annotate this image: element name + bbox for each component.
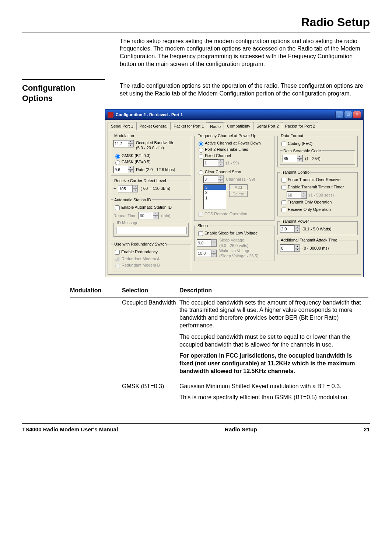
group-sleep: Sleep Enable Sleep for Low Voltage ▴▾ Sl… (194, 223, 274, 261)
tx-power-range: (0.1 - 5.0 Watts) (302, 226, 331, 232)
legend-sleep: Sleep (197, 223, 209, 228)
group-freq-channel: Frequency Channel at Power Up Active Cha… (194, 133, 274, 221)
checkbox-enable-auto-id[interactable]: Enable Automatic Station ID (113, 204, 189, 211)
tab-packet-general[interactable]: Packet General (136, 122, 171, 130)
checkbox-force-tx[interactable]: Force Transmit Over Receive (280, 177, 355, 184)
radio-modem-b: Redundant Modem B (113, 262, 189, 268)
legend-modulation: Modulation (113, 133, 135, 138)
group-auto-id: Automatic Station ID Enable Automatic St… (111, 197, 191, 240)
col-selection: Selection (122, 286, 179, 298)
legend-tx-power: Transmit Power (280, 219, 310, 224)
window-title: Configuration 2 - Retrieved - Port 1 (116, 112, 183, 117)
checkbox-enable-timer[interactable]: Enable Transmit Timeout Timer (280, 184, 355, 191)
section-body: The radio configuration options set the … (120, 79, 370, 98)
row-desc: For operation in FCC jurisdictions, the … (179, 352, 366, 375)
bandwidth-range: (5.0 - 20.0 kHz) (136, 145, 173, 150)
fixed-channel-spinner: ▴▾ (203, 159, 224, 167)
group-data-format: Data Format Coding (FEC) Data Scramble C… (277, 133, 358, 167)
list-item[interactable]: 1 (204, 195, 226, 201)
sleep-voltage-label: Sleep Voltage (219, 237, 248, 243)
sleep-voltage-spinner: ▴▾ (197, 239, 217, 247)
checkbox-coding-fec[interactable]: Coding (FEC) (280, 140, 355, 147)
attack-range: (0 - 30000 ms) (302, 246, 329, 251)
attack-spinner[interactable]: ▴▾ (280, 244, 300, 252)
page-title: Radio Setup (22, 15, 370, 32)
row-desc: The occupied bandwidth must be set to eq… (179, 333, 366, 349)
repeat-time-label: Repeat Time (113, 213, 136, 218)
ccs-channel-range: Channel (1 - 99) (226, 177, 255, 182)
radio-active-channel[interactable]: Active Channel at Power Down (197, 140, 272, 146)
tx-power-spinner[interactable]: ▴▾ (280, 225, 300, 233)
group-tx-control: Transmit Control Force Transmit Over Rec… (277, 170, 358, 216)
legend-data-format: Data Format (280, 133, 304, 138)
modulation-table: Modulation Selection Description Occupie… (70, 286, 368, 408)
rate-label: Rate (2.0 - 12.6 kbps) (136, 167, 175, 172)
tab-packet-port-2[interactable]: Packet for Port 2 (282, 122, 319, 130)
tab-serial-port-2[interactable]: Serial Port 2 (253, 122, 282, 130)
checkbox-rx-only[interactable]: Receive Only Operation (280, 206, 355, 213)
rcd-spinner[interactable]: ▴▾ (118, 185, 138, 192)
checkbox-tx-only[interactable]: Transmit Only Operation (280, 199, 355, 206)
row-desc: Gaussian Minimum Shifted Keyed modulatio… (179, 383, 366, 390)
tab-compatibility[interactable]: Compatibility (224, 122, 253, 130)
legend-freq-channel: Frequency Channel at Power Up (197, 133, 257, 138)
timer-spinner: ▴▾ (287, 191, 307, 199)
legend-auto-id: Automatic Station ID (113, 197, 152, 202)
delete-button: Delete (229, 191, 248, 197)
wake-voltage-spinner: ▴▾ (197, 250, 217, 257)
bandwidth-label: Occupied Bandwidth (136, 140, 173, 145)
radio-modem-a: Redundant Modem A (113, 256, 189, 262)
legend-tx-control: Transmit Control (280, 170, 311, 175)
checkbox-enable-sleep[interactable]: Enable Sleep for Low Voltage (197, 230, 272, 237)
bandwidth-spinner[interactable]: ▴▾ (113, 140, 134, 147)
section-heading: Configuration Options (22, 79, 105, 104)
row-desc: The occupied bandwidth sets the amount o… (179, 299, 366, 330)
radio-gmsk05[interactable]: GMSK (BT=0.5) (113, 159, 189, 165)
maximize-button[interactable]: □ (344, 111, 352, 118)
wake-voltage-range: (Sleep Voltage - 26.5) (219, 253, 258, 258)
close-button[interactable]: × (353, 111, 361, 118)
wake-voltage-label: Wake Up Voltage (219, 248, 258, 253)
scramble-spinner[interactable]: ▴▾ (283, 155, 303, 162)
tab-packet-port-1[interactable]: Packet for Port 1 (170, 122, 207, 130)
legend-redundancy: Use with Redundancy Switch (113, 241, 167, 247)
row-selection: Occupied Bandwidth (122, 298, 179, 382)
group-attack-time: Additional Transmit Attack Time ▴▾ (0 - … (277, 237, 358, 254)
scramble-range: (1 - 254) (305, 156, 321, 161)
checkbox-enable-redundancy[interactable]: Enable Redundancy (113, 249, 189, 256)
checkbox-ccs-remote: CCS Remote Operation (197, 211, 272, 218)
repeat-time-unit: (min) (161, 213, 170, 218)
list-item[interactable]: 2 (204, 190, 226, 195)
tab-strip: Serial Port 1 Packet General Packet for … (105, 120, 363, 130)
list-item[interactable]: 3 (204, 185, 226, 190)
tab-radio[interactable]: Radio (207, 122, 224, 130)
id-message-input (116, 227, 187, 234)
ccs-channel-spinner: ▴▾ (203, 175, 224, 183)
repeat-time-spinner: ▴▾ (139, 212, 159, 219)
footer-center: Radio Setup (225, 426, 257, 433)
row-selection: GMSK (BT=0.3) (122, 382, 179, 408)
ccs-channel-list[interactable]: 3 2 1 (203, 184, 226, 209)
group-rcd: Receive Carrier Detect Level − ▴▾ (-60 -… (111, 178, 191, 195)
page-footer: TS4000 Radio Modem User's Manual Radio S… (22, 423, 370, 433)
minimize-button[interactable]: _ (335, 111, 343, 118)
fixed-channel-range: (1 - 99) (226, 160, 239, 166)
rate-spinner[interactable]: ▴▾ (113, 166, 134, 173)
radio-port2-handshake[interactable]: Port 2 Handshake Lines (197, 147, 272, 153)
radio-gmsk03[interactable]: GMSK (BT=0.3) (113, 153, 189, 159)
radio-fixed-channel[interactable]: Fixed Channel (197, 153, 272, 159)
group-tx-power: Transmit Power ▴▾ (0.1 - 5.0 Watts) (277, 219, 358, 235)
tab-serial-port-1[interactable]: Serial Port 1 (108, 122, 137, 130)
rcd-range: (-60 - -110 dBm) (140, 186, 170, 191)
legend-attack-time: Additional Transmit Attack Time (280, 237, 338, 243)
group-redundancy: Use with Redundancy Switch Enable Redund… (111, 241, 191, 271)
legend-id-message: ID Message (116, 220, 139, 225)
footer-page-number: 21 (364, 426, 370, 433)
footer-left: TS4000 Radio Modem User's Manual (22, 426, 118, 433)
legend-scramble: Data Scramble Code (283, 148, 322, 153)
titlebar: Configuration 2 - Retrieved - Port 1 _ □… (105, 109, 363, 120)
radio-clear-channel-scan[interactable]: Clear Channel Scan (197, 169, 272, 175)
app-icon (108, 112, 113, 118)
legend-rcd: Receive Carrier Detect Level (113, 178, 167, 183)
timer-range: (1 - 500 secs) (309, 192, 334, 198)
